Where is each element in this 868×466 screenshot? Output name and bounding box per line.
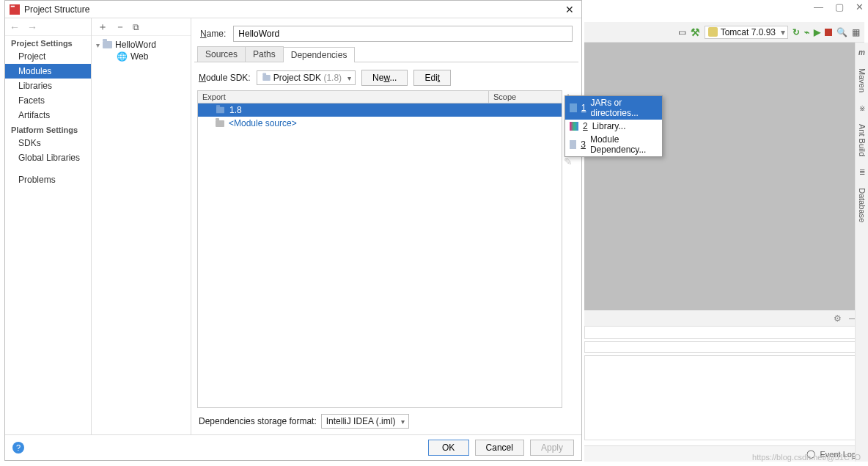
sidebar-item-project[interactable]: Project — [5, 49, 91, 64]
sidebar-item-libraries[interactable]: Libraries — [5, 79, 91, 93]
run-config-label: Tomcat 7.0.93 — [721, 27, 776, 37]
library-icon — [570, 122, 578, 131]
tab-dependencies[interactable]: Dependencies — [283, 47, 356, 62]
dependency-row-sdk[interactable]: 1.8 — [198, 103, 562, 117]
tree-web-row[interactable]: 🌐 Web — [92, 51, 191, 62]
add-module-icon[interactable]: ＋ — [98, 21, 108, 34]
module-name-input[interactable] — [233, 26, 573, 42]
sidebar-item-modules[interactable]: Modules — [5, 64, 91, 79]
sidebar-item-sdks[interactable]: SDKs — [5, 136, 91, 150]
menu-item-module-dependency[interactable]: 3 Module Dependency... — [565, 133, 662, 156]
platform-settings-header: Platform Settings — [5, 123, 91, 136]
maximize-icon[interactable]: ▢ — [835, 1, 844, 12]
minimize-icon[interactable]: — — [814, 1, 823, 12]
sidebar-item-artifacts[interactable]: Artifacts — [5, 108, 91, 123]
web-icon: 🌐 — [117, 51, 128, 62]
jars-icon — [570, 103, 577, 112]
apply-button[interactable]: Apply — [530, 440, 574, 456]
chevron-down-icon[interactable]: ▾ — [96, 41, 100, 49]
coverage-icon[interactable]: ▶ — [814, 27, 820, 37]
name-label: Name: — [200, 29, 226, 39]
toolbar-more-icon[interactable]: ▦ — [852, 27, 860, 37]
tomcat-icon — [708, 27, 718, 37]
sidebar-item-global-libraries[interactable]: Global Libraries — [5, 150, 91, 165]
module-sdk-combo[interactable]: Project SDK (1.8) — [257, 70, 356, 85]
module-dep-icon — [570, 140, 576, 149]
tree-module-row[interactable]: ▾ HelloWord — [92, 39, 191, 51]
bg-slab-1 — [584, 326, 862, 339]
stop-icon[interactable] — [825, 29, 832, 36]
project-settings-header: Project Settings — [5, 36, 91, 49]
bg-slab-3 — [584, 355, 862, 440]
right-tool-strip: m Maven ※ Ant Build ≣ Database — [855, 43, 868, 462]
sdk-edit-button[interactable]: Edit — [413, 70, 451, 86]
module-sdk-label: Module SDK: — [199, 73, 251, 83]
sdk-new-button[interactable]: New... — [361, 70, 408, 86]
run-icon[interactable]: ↻ — [792, 27, 800, 37]
bg-slab-2 — [584, 341, 862, 353]
dialog-titlebar: Project Structure ✕ — [5, 1, 581, 18]
sidebar-item-facets[interactable]: Facets — [5, 93, 91, 108]
close-main-icon[interactable]: ✕ — [856, 1, 864, 12]
tab-paths[interactable]: Paths — [245, 46, 284, 62]
folder-icon — [216, 107, 224, 114]
ok-button[interactable]: OK — [428, 440, 469, 456]
storage-label: Dependencies storage format: — [199, 416, 317, 426]
copy-module-icon[interactable]: ⧉ — [133, 22, 139, 32]
column-export[interactable]: Export — [198, 91, 488, 103]
dialog-footer: ? OK Cancel Apply — [5, 434, 581, 460]
project-structure-dialog: Project Structure ✕ ← → Project Settings… — [4, 0, 582, 461]
sidebar-item-problems[interactable]: Problems — [5, 172, 91, 187]
database-icon: ≣ — [859, 168, 865, 176]
build-icon[interactable]: ⚒ — [691, 26, 700, 38]
database-tab[interactable]: Database — [858, 188, 867, 222]
remove-module-icon[interactable]: － — [115, 21, 125, 34]
gear-icon[interactable]: ⚙ — [834, 313, 842, 324]
tree-web-label: Web — [130, 51, 148, 62]
edit-dependency-icon[interactable]: ✎ — [562, 156, 574, 167]
module-detail: Name: Sources Paths Dependencies Module … — [191, 18, 581, 434]
watermark-text: https://blog.csdn.net/@51CTO — [752, 453, 861, 462]
debug-icon[interactable]: ⌁ — [804, 27, 809, 37]
module-icon — [103, 41, 112, 48]
run-config-combo[interactable]: Tomcat 7.0.93 — [705, 26, 788, 39]
forward-icon[interactable]: → — [27, 21, 37, 33]
cancel-button[interactable]: Cancel — [475, 440, 524, 456]
module-tree: ＋ － ⧉ ▾ HelloWord 🌐 Web — [92, 18, 191, 434]
svg-rect-1 — [11, 5, 15, 7]
menu-item-jars[interactable]: 1 JARs or directories... — [565, 96, 662, 120]
storage-format-combo[interactable]: IntelliJ IDEA (.iml) — [321, 414, 410, 429]
settings-sidebar: ← → Project Settings Project Modules Lib… — [5, 18, 92, 434]
main-window-controls: — ▢ ✕ — [814, 1, 864, 12]
app-icon — [10, 4, 20, 15]
back-icon[interactable]: ← — [10, 21, 20, 33]
tool-window-header: ⚙ — — [584, 311, 864, 326]
nav-history: ← → — [5, 18, 91, 36]
column-scope[interactable]: Scope — [488, 91, 562, 103]
help-icon[interactable]: ? — [12, 442, 24, 454]
dependencies-table: Export Scope 1.8 <Module source> ＋ － — [197, 90, 562, 408]
add-dependency-popup: 1 JARs or directories... 2 Library... 3 … — [564, 95, 663, 157]
search-icon[interactable]: 🔍 — [836, 27, 847, 37]
select-run-icon[interactable]: ▭ — [678, 27, 686, 37]
dependency-row-module-source[interactable]: <Module source> — [198, 117, 562, 130]
ant-icon: ※ — [859, 104, 865, 112]
tab-sources[interactable]: Sources — [197, 46, 246, 62]
maven-icon: m — [858, 48, 865, 57]
editor-area — [584, 43, 862, 310]
menu-item-library[interactable]: 2 Library... — [565, 120, 662, 133]
dialog-title: Project Structure — [24, 4, 562, 15]
ant-build-tab[interactable]: Ant Build — [858, 124, 867, 156]
tree-toolbar: ＋ － ⧉ — [92, 18, 191, 36]
module-tabs: Sources Paths Dependencies — [194, 46, 578, 62]
folder-icon — [216, 120, 224, 127]
tree-module-label: HelloWord — [115, 40, 156, 50]
maven-tab[interactable]: Maven — [858, 68, 867, 92]
background-toolbar: ▭ ⚒ Tomcat 7.0.93 ↻ ⌁ ▶ 🔍 ▦ — [584, 22, 864, 43]
sdk-icon — [262, 75, 270, 81]
close-icon[interactable]: ✕ — [562, 4, 577, 15]
